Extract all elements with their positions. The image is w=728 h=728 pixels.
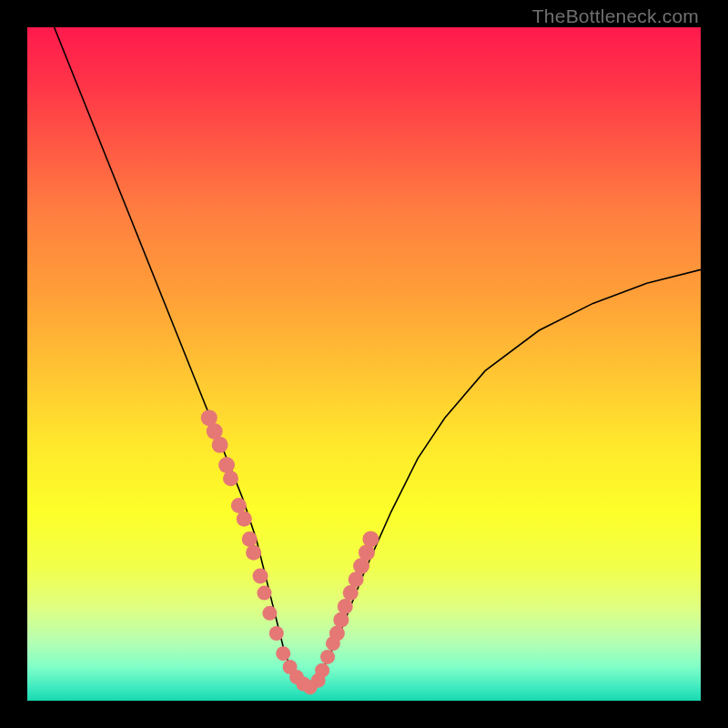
data-point (338, 599, 353, 614)
data-point (231, 498, 247, 513)
data-point (343, 585, 359, 601)
data-point (246, 545, 261, 561)
watermark-text: TheBottleneck.com (532, 5, 699, 27)
bottleneck-curve (55, 27, 701, 687)
data-point (276, 646, 290, 661)
data-point (262, 606, 277, 621)
data-point (223, 470, 238, 486)
data-point (362, 531, 379, 547)
data-point (212, 437, 228, 453)
chart-container: TheBottleneck.com (0, 0, 728, 728)
data-point (269, 626, 284, 641)
data-point (320, 650, 335, 664)
data-point (242, 531, 258, 547)
data-point (333, 612, 349, 628)
chart-svg (27, 27, 701, 701)
data-point (253, 569, 268, 584)
marker-group (201, 410, 379, 694)
data-point (218, 457, 235, 473)
data-point (329, 626, 345, 642)
data-point (257, 586, 271, 601)
data-point (315, 663, 329, 678)
data-point (237, 511, 252, 527)
